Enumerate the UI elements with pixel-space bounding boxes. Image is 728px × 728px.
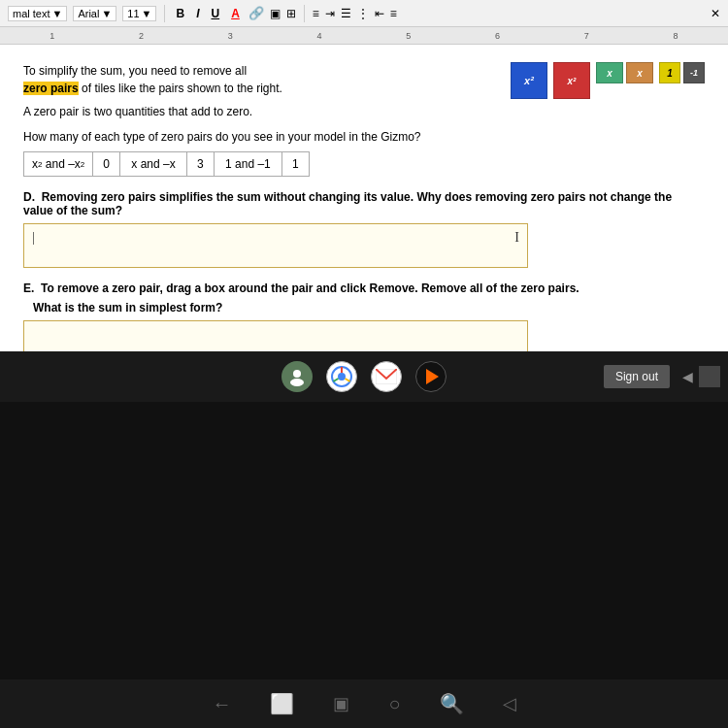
ruler-mark-4: 4 (275, 31, 364, 41)
answer-label-x2: x2 and –x2 (23, 151, 93, 177)
answer-label-1: 1 and –1 (215, 151, 282, 177)
ruler-mark-3: 3 (186, 31, 276, 41)
dropdown-arrow2-icon: ▼ (101, 8, 112, 19)
ruler-mark-7: 7 (543, 31, 632, 41)
dropdown-arrow3-icon: ▼ (142, 8, 152, 19)
font-size-dropdown[interactable]: 11 ▼ (122, 6, 156, 21)
section-e-text2: . Remove all of the zero pairs. (414, 281, 579, 295)
link-icon[interactable]: 🔗 (248, 6, 264, 20)
svg-point-0 (293, 370, 301, 378)
underline-button[interactable]: U (208, 6, 222, 21)
section-e: E. To remove a zero pair, drag a box aro… (23, 281, 705, 351)
image-icon[interactable]: ▣ (270, 7, 281, 20)
align-icon[interactable]: ≡ (313, 7, 319, 20)
cursor-d2: I (514, 230, 519, 246)
intro-section: To simplify the sum, you need to remove … (23, 62, 705, 120)
svg-line-6 (333, 379, 338, 381)
nav-back-icon[interactable]: ← (212, 693, 231, 715)
answer-label-x: x and –x (120, 151, 187, 177)
table-icon[interactable]: ⊞ (286, 7, 296, 20)
section-d-text: Removing zero pairs simplifies the sum w… (23, 190, 672, 217)
svg-point-3 (338, 373, 346, 381)
tile-x-positive: x (596, 62, 623, 83)
nav-circle-icon[interactable]: ○ (388, 693, 400, 715)
ruler-marks: 1 2 3 4 5 6 7 8 (8, 31, 720, 41)
bullet-icon[interactable]: ⋮ (357, 7, 369, 20)
outdent-icon[interactable]: ⇤ (375, 7, 384, 20)
section-d-label: D. Removing zero pairs simplifies the su… (23, 190, 705, 217)
nav-recent-icon[interactable]: ▣ (333, 693, 349, 714)
tile-x2-positive: x² (511, 62, 547, 99)
zero-pairs-highlight: zero pairs (23, 82, 79, 95)
section-e-remove-bold: Remove (370, 281, 415, 295)
sign-out-button[interactable]: Sign out (604, 365, 670, 388)
indent-icon[interactable]: ⇥ (325, 7, 335, 20)
font-style-dropdown[interactable]: mal text ▼ (8, 6, 67, 21)
taskbar-arrow-icon[interactable]: ◀ (682, 369, 693, 384)
svg-marker-8 (426, 369, 439, 384)
nav-volume-icon[interactable]: ◁ (503, 693, 516, 714)
taskbar-gmail-icon[interactable] (371, 361, 402, 392)
italic-button[interactable]: I (193, 6, 202, 21)
taskbar-play-icon[interactable] (415, 361, 447, 392)
taskbar-person-icon[interactable] (281, 361, 313, 392)
question-text: How many of each type of zero pairs do y… (23, 130, 705, 144)
more-icon[interactable]: ≡ (390, 7, 397, 20)
section-e-input[interactable] (23, 320, 528, 351)
ruler: 1 2 3 4 5 6 7 8 (0, 27, 728, 45)
screen: mal text ▼ Arial ▼ 11 ▼ B I U A 🔗 ▣ ⊞ ≡ … (0, 0, 728, 728)
nav-home-icon[interactable]: ⬜ (270, 692, 294, 715)
section-e-line2: What is the sum in simplest form? (23, 301, 705, 314)
ruler-mark-1: 1 (8, 31, 97, 41)
svg-point-1 (290, 379, 304, 386)
font-style-label: mal text (13, 8, 50, 19)
answer-row: x2 and –x2 0 x and –x 3 1 and –1 1 (23, 151, 705, 177)
bottom-dark-area (0, 402, 728, 679)
intro-line-2: zero pairs of tiles like the pairs shown… (23, 80, 495, 97)
intro-line-3: A zero pair is two quantities that add t… (23, 103, 495, 120)
ruler-mark-5: 5 (364, 31, 453, 41)
unit-tiles-row: 1 -1 (659, 62, 705, 83)
font-face-dropdown[interactable]: Arial ▼ (73, 6, 116, 21)
svg-line-5 (346, 379, 350, 381)
section-e-letter: E. (23, 281, 34, 295)
ruler-mark-6: 6 (453, 31, 543, 41)
document-area: To simplify the sum, you need to remove … (0, 45, 728, 351)
font-face-label: Arial (78, 8, 99, 19)
section-e-text1: To remove a zero pair, drag a box around… (41, 281, 366, 295)
answer-value-x2[interactable]: 0 (93, 151, 120, 177)
bold-button[interactable]: B (173, 6, 187, 21)
section-d: D. Removing zero pairs simplifies the su… (23, 190, 705, 268)
tile-x-negative: x (626, 62, 653, 83)
section-e-text3: What is the sum in simplest form? (33, 301, 222, 314)
nav-search-icon[interactable]: 🔍 (440, 692, 464, 715)
bottom-nav: ← ⬜ ▣ ○ 🔍 ◁ (0, 679, 728, 728)
intro-line-1: To simplify the sum, you need to remove … (23, 62, 495, 80)
ruler-mark-2: 2 (97, 31, 186, 41)
answer-value-1[interactable]: 1 (282, 151, 310, 177)
tile-images: x² x² x x 1 -1 (511, 62, 705, 120)
toolbar-separator-1 (164, 5, 165, 22)
tile-x2-negative: x² (553, 62, 590, 99)
answer-value-x[interactable]: 3 (187, 151, 215, 177)
section-d-input[interactable]: | I (23, 223, 528, 268)
close-icon[interactable]: ✕ (711, 7, 720, 20)
small-tiles-col: x x (596, 62, 653, 83)
dropdown-arrow-icon: ▼ (52, 8, 63, 19)
cursor-d: | (32, 230, 35, 246)
unit-tiles-col: 1 -1 (659, 62, 705, 83)
taskbar-chrome-icon[interactable] (326, 361, 357, 392)
taskbar-window-icon[interactable] (699, 366, 720, 387)
tile-1-negative: -1 (683, 62, 705, 83)
toolbar: mal text ▼ Arial ▼ 11 ▼ B I U A 🔗 ▣ ⊞ ≡ … (0, 0, 728, 27)
font-color-button[interactable]: A (228, 6, 243, 21)
taskbar: Sign out ◀ (0, 351, 728, 402)
font-size-label: 11 (127, 8, 139, 19)
tile-1-positive: 1 (659, 62, 680, 83)
intro-text: To simplify the sum, you need to remove … (23, 62, 495, 120)
section-e-label: E. To remove a zero pair, drag a box aro… (23, 281, 705, 295)
ruler-mark-8: 8 (631, 31, 720, 41)
list-icon[interactable]: ☰ (341, 7, 351, 20)
section-d-letter: D. (23, 190, 35, 204)
small-tiles-row1: x x (596, 62, 653, 83)
